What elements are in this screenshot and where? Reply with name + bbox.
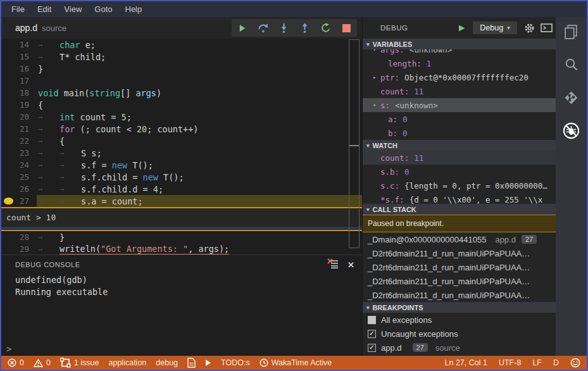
variable-row[interactable]: ▸ptr:Object@*0x00007fffffffec20: [363, 70, 556, 84]
debug-config-dropdown[interactable]: Debug ▾: [473, 22, 517, 34]
continue-button[interactable]: [235, 20, 250, 35]
gutter-line-15[interactable]: 15: [1, 51, 37, 63]
gear-icon[interactable]: [524, 23, 535, 36]
close-icon[interactable]: ✕: [347, 260, 354, 270]
breakpoint-condition-widget[interactable]: count > 10: [1, 207, 362, 231]
console-prompt[interactable]: >: [6, 344, 11, 354]
checkbox[interactable]: ✓: [368, 344, 376, 352]
checkbox[interactable]: [368, 316, 376, 324]
stack-frame[interactable]: _Dmain@0x0000000000441055app.d27: [363, 232, 556, 246]
status-item[interactable]: debug: [156, 358, 178, 367]
variable-row[interactable]: ▾args:<unknown>: [363, 49, 556, 56]
code-line-27[interactable]: 27→→s.a = count;: [1, 195, 362, 207]
gutter-line-19[interactable]: 19: [1, 99, 37, 111]
code-line-28[interactable]: 28→}: [1, 231, 362, 243]
variable-row[interactable]: count:11: [363, 151, 556, 165]
gutter-line-26[interactable]: 26: [1, 183, 37, 195]
code-line-29[interactable]: 29→writeln("Got Arguments: ", args);: [1, 243, 362, 255]
variable-row[interactable]: length:1: [363, 56, 556, 70]
status-item[interactable]: application: [109, 358, 147, 367]
gutter-line-21[interactable]: 21: [1, 123, 37, 135]
code-line-18[interactable]: 18void main(string[] args): [1, 87, 362, 99]
menu-item-edit[interactable]: Edit: [31, 3, 58, 16]
code-line-20[interactable]: 20→int count = 5;: [1, 111, 362, 123]
step-over-button[interactable]: [256, 20, 271, 35]
gutter-line-14[interactable]: 14: [1, 39, 37, 51]
editor-scrollbar[interactable]: [349, 39, 360, 248]
menu-item-goto[interactable]: Goto: [88, 3, 118, 16]
variable-row[interactable]: count:11: [363, 84, 556, 98]
menu-item-file[interactable]: File: [5, 3, 31, 16]
clear-console-icon[interactable]: [327, 258, 339, 271]
menu-item-view[interactable]: View: [58, 3, 88, 16]
step-out-button[interactable]: [297, 20, 313, 35]
status-item[interactable]: TODO:s: [221, 358, 250, 367]
breakpoint-row[interactable]: All exceptions: [363, 313, 556, 327]
status-item[interactable]: D: [553, 358, 559, 367]
activity-search-icon[interactable]: [562, 55, 581, 74]
code-line-16[interactable]: 16}: [1, 63, 362, 75]
gutter-line-16[interactable]: 16: [1, 63, 37, 75]
code-line-24[interactable]: 24→→s.f = new T();: [1, 159, 362, 171]
breakpoint-row[interactable]: ✓Uncaught exceptions: [363, 327, 556, 341]
stack-frame[interactable]: _D2rt6dmain211_d_run_mainUiPPaPUAA…: [363, 288, 556, 302]
chevron-down-icon[interactable]: ▾: [373, 102, 380, 108]
code-line-22[interactable]: 22→{: [1, 135, 362, 147]
gutter-line-23[interactable]: 23: [1, 147, 37, 159]
variable-row[interactable]: a:0: [363, 112, 556, 126]
code-line-26[interactable]: 26→→s.f.child.d = 4;: [1, 183, 362, 195]
status-item[interactable]: 0: [8, 358, 24, 367]
code-line-15[interactable]: 15→T* child;: [1, 51, 362, 63]
section-header-watch[interactable]: ▾WATCH: [363, 140, 556, 151]
activity-files-icon[interactable]: [562, 22, 581, 41]
gutter-line-27[interactable]: 27: [1, 195, 37, 207]
gutter-line-22[interactable]: 22: [1, 135, 37, 147]
menu-item-help[interactable]: Help: [119, 3, 149, 16]
open-console-icon[interactable]: [541, 23, 553, 35]
gutter-line-18[interactable]: 18: [1, 87, 37, 99]
code-line-17[interactable]: 17: [1, 75, 362, 87]
stack-frame[interactable]: _D2rt6dmain211_d_run_mainUiPPaPUAA…: [363, 246, 556, 260]
variable-row[interactable]: *s.f:{d = 0 '\\x00', e = 255 '\\x: [363, 192, 556, 204]
start-debug-icon[interactable]: [458, 23, 466, 35]
section-header-variables[interactable]: ▾VARIABLES: [363, 39, 556, 49]
code-editor[interactable]: 14→char e;15→T* child;16}1718void main(s…: [1, 39, 362, 255]
stack-frame[interactable]: _D2rt6dmain211_d_run_mainUiPPaPUAA…: [363, 260, 556, 274]
gutter-line-24[interactable]: 24: [1, 159, 37, 171]
status-item[interactable]: [205, 359, 211, 367]
variable-row[interactable]: s.b:0: [363, 165, 556, 179]
status-item[interactable]: 1 issue: [60, 358, 99, 368]
breakpoint-icon[interactable]: [4, 198, 13, 204]
stack-frame[interactable]: _D2rt6dmain211_d_run_mainUiPPaPUAA…: [363, 274, 556, 288]
code-line-21[interactable]: 21→for (; count < 20; count++): [1, 123, 362, 135]
step-into-button[interactable]: [277, 20, 292, 35]
section-header-call-stack[interactable]: ▾CALL STACK: [363, 204, 556, 215]
status-item[interactable]: Ln 27, Col 1: [445, 358, 487, 367]
stop-button[interactable]: [339, 20, 354, 35]
code-line-14[interactable]: 14→char e;: [1, 39, 362, 51]
status-item[interactable]: [187, 358, 196, 368]
gutter-line-25[interactable]: 25: [1, 171, 37, 183]
code-line-25[interactable]: 25→→s.f.child = new T();: [1, 171, 362, 183]
section-header-breakpoints[interactable]: ▾BREAKPOINTS: [363, 302, 556, 313]
restart-button[interactable]: [318, 20, 334, 35]
variable-row[interactable]: s.c:{length = 0, ptr = 0x00000000…: [363, 179, 556, 192]
checkbox[interactable]: ✓: [368, 330, 376, 338]
status-item[interactable]: UTF-8: [499, 358, 521, 367]
activity-source-control-icon[interactable]: [562, 88, 581, 107]
gutter-line-17[interactable]: 17: [1, 75, 37, 87]
status-item[interactable]: WakaTime Active: [260, 358, 332, 367]
gutter-line-20[interactable]: 20: [1, 111, 37, 123]
activity-debug-icon[interactable]: [562, 121, 581, 140]
gutter-line-28[interactable]: 28: [1, 231, 37, 243]
gutter-line-29[interactable]: 29: [1, 243, 37, 255]
chevron-down-icon[interactable]: ▾: [373, 49, 380, 53]
status-item[interactable]: LF: [532, 358, 542, 367]
status-item[interactable]: [570, 358, 580, 368]
status-item[interactable]: 0: [34, 358, 51, 367]
chevron-right-icon[interactable]: ▸: [373, 74, 380, 80]
variable-row[interactable]: b:0: [363, 126, 556, 140]
tab-app-d[interactable]: app.d source: [15, 17, 66, 39]
variable-row[interactable]: ▾s:<unknown>: [363, 98, 556, 112]
code-line-19[interactable]: 19{: [1, 99, 362, 111]
